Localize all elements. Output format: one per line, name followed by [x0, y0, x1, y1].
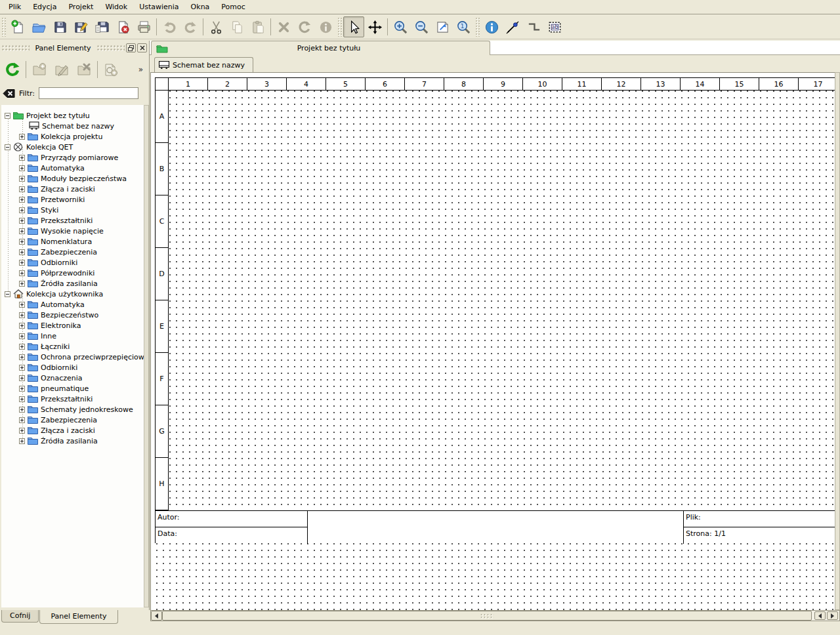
tree-item-label: Kolekcja użytkownika — [24, 290, 103, 298]
expand-icon[interactable] — [19, 281, 25, 287]
expand-icon[interactable] — [19, 186, 25, 192]
expand-icon[interactable] — [19, 207, 25, 213]
expand-icon[interactable] — [19, 155, 25, 161]
expand-icon[interactable] — [19, 176, 25, 182]
open-document-button[interactable] — [28, 16, 49, 37]
filter-label: Filtr: — [19, 89, 35, 98]
expand-icon[interactable] — [19, 312, 25, 318]
menu-widok[interactable]: Widok — [99, 1, 133, 13]
add-text-field-button[interactable]: ab — [544, 16, 565, 37]
dock-tab-cofnij[interactable]: Cofnij — [1, 610, 39, 623]
scroll-left-button[interactable] — [151, 611, 162, 621]
menu-projekt[interactable]: Projekt — [62, 1, 99, 13]
save-as-button[interactable] — [70, 16, 91, 37]
toolbar-drag-handle[interactable] — [337, 17, 342, 37]
expand-icon[interactable] — [19, 386, 25, 392]
expand-icon[interactable] — [19, 239, 25, 245]
svg-text:ab: ab — [551, 24, 558, 30]
expand-icon[interactable] — [19, 375, 25, 381]
menu-pomoc[interactable]: Pomoc — [215, 1, 251, 13]
text-field-icon: ab — [547, 20, 562, 35]
print-button[interactable] — [133, 16, 154, 37]
menu-ustawienia[interactable]: Ustawienia — [133, 1, 184, 13]
copy-button — [226, 16, 247, 37]
collapse-icon[interactable] — [5, 113, 10, 119]
expand-icon[interactable] — [19, 165, 25, 171]
expand-icon[interactable] — [19, 323, 25, 329]
expand-icon[interactable] — [19, 407, 25, 413]
expand-icon[interactable] — [19, 228, 25, 234]
add-conductor-button[interactable] — [502, 16, 523, 37]
project-tab[interactable]: Projekt bez tytułu — [151, 41, 490, 55]
menu-edycja[interactable]: Edycja — [27, 1, 62, 13]
expand-icon[interactable] — [19, 260, 25, 266]
expand-icon[interactable] — [19, 438, 25, 444]
scroll-left-button[interactable] — [814, 611, 826, 620]
folder-icon — [28, 415, 38, 424]
scroll-right-button[interactable] — [827, 611, 838, 620]
expand-icon[interactable] — [19, 270, 25, 276]
diagram-tabbar: Schemat bez nazwy — [150, 55, 840, 72]
expand-icon[interactable] — [19, 218, 25, 224]
diagram-tab[interactable]: Schemat bez nazwy — [154, 57, 253, 72]
canvas-horizontal-scrollbar[interactable] — [150, 610, 840, 621]
diagram-info-button[interactable] — [481, 16, 502, 37]
expand-icon[interactable] — [19, 365, 25, 371]
expand-icon[interactable] — [19, 333, 25, 339]
expand-icon[interactable] — [19, 417, 25, 423]
scrollbar-thumb[interactable] — [144, 106, 148, 607]
pan-tool-button[interactable] — [364, 16, 385, 37]
tree-item-label: Inne — [38, 332, 56, 340]
toolbar-drag-handle[interactable] — [1, 17, 6, 37]
menu-okna[interactable]: Okna — [185, 1, 216, 13]
close-file-button[interactable] — [112, 16, 133, 37]
zoom-out-icon — [414, 20, 429, 35]
zoom-fit-button[interactable] — [432, 16, 453, 37]
diagram-canvas[interactable]: 1234567891011121314151617 ABCDEFGH Autor… — [150, 72, 835, 610]
filter-input[interactable] — [39, 87, 138, 99]
tree-item-label: Wysokie napięcie — [38, 227, 104, 236]
toolbar-drag-handle[interactable] — [475, 17, 480, 37]
save-all-button[interactable] — [91, 16, 112, 37]
rotate-icon — [297, 20, 312, 35]
zoom-in-button[interactable] — [390, 16, 411, 37]
float-icon — [128, 45, 134, 51]
titleblock-page: Strona: 1/1 — [684, 527, 835, 544]
expand-icon[interactable] — [19, 396, 25, 402]
reload-collections-button[interactable] — [1, 59, 24, 80]
clear-filter-icon[interactable] — [3, 89, 15, 98]
filter-row: Filtr: — [3, 87, 147, 100]
new-element-icon — [103, 62, 119, 77]
expand-icon[interactable] — [19, 354, 25, 360]
row-label: H — [156, 458, 169, 510]
expand-icon[interactable] — [19, 249, 25, 255]
select-tool-button[interactable] — [343, 16, 364, 37]
expand-icon[interactable] — [19, 302, 25, 308]
tree-vertical-scrollbar[interactable] — [144, 105, 149, 607]
project-tabbar: Projekt bez tytułu — [150, 41, 840, 55]
menu-plik[interactable]: Plik — [3, 1, 27, 13]
dock-tab-panel-elementy[interactable]: Panel Elementy — [39, 610, 117, 624]
expand-icon[interactable] — [19, 134, 25, 140]
expand-icon[interactable] — [19, 428, 25, 434]
zoom-out-button[interactable] — [411, 16, 432, 37]
panel-overflow-button[interactable]: » — [138, 65, 143, 74]
add-polyline-button[interactable] — [523, 16, 544, 37]
collapse-icon[interactable] — [5, 291, 10, 297]
tree-item-label: Zabezpieczenia — [38, 416, 97, 424]
folder-icon — [28, 426, 38, 435]
tree-item-label: Styki — [38, 206, 58, 215]
new-document-button[interactable] — [7, 16, 28, 37]
dock-close-button[interactable] — [137, 43, 147, 52]
dock-float-button[interactable] — [126, 43, 136, 52]
expand-icon[interactable] — [19, 197, 25, 203]
save-button[interactable] — [49, 16, 70, 37]
scrollbar-thumb[interactable] — [162, 611, 812, 621]
folder-icon — [28, 268, 38, 277]
canvas-vertical-scrollbar[interactable] — [835, 72, 840, 610]
collapse-icon[interactable] — [5, 144, 10, 150]
zoom-reset-button[interactable]: 1 — [453, 16, 474, 37]
scrollbar-thumb[interactable] — [835, 73, 839, 609]
row-label: C — [156, 195, 169, 248]
expand-icon[interactable] — [19, 344, 25, 350]
